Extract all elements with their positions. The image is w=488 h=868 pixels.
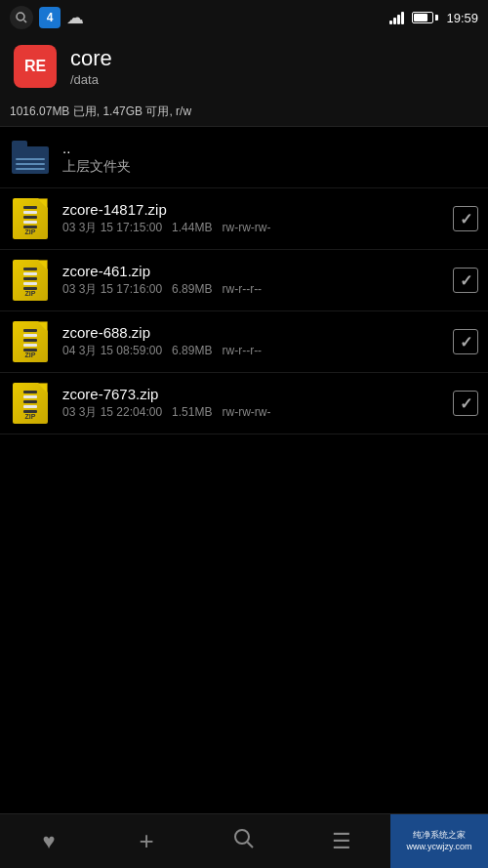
menu-icon: ☰	[332, 829, 351, 854]
list-item[interactable]: ZIP zcore-688.zip 04 3月 15 08:59:00 6.89…	[0, 311, 488, 373]
content-area: 1016.07MB 已用, 1.47GB 可用, r/w	[0, 98, 488, 813]
parent-folder-label: 上层文件夹	[62, 158, 478, 176]
parent-folder-name: ..	[62, 140, 478, 156]
nav-menu[interactable]: ☰	[293, 814, 390, 868]
status-app-icon	[10, 6, 33, 29]
status-bar: 4 ☁ 19:59	[0, 0, 488, 35]
zip-file-icon: ZIP	[13, 198, 48, 239]
file-info: zcore-7673.zip 03 3月 15 22:04:00 1.51MB …	[62, 386, 445, 421]
svg-line-3	[248, 843, 254, 848]
storage-info: 1016.07MB 已用, 1.47GB 可用, r/w	[0, 98, 488, 127]
file-checkbox[interactable]: ✓	[453, 391, 478, 416]
time-display: 19:59	[446, 11, 478, 25]
file-name: zcore-14817.zip	[62, 201, 445, 218]
file-name: zcore-461.zip	[62, 263, 445, 279]
file-checkbox[interactable]: ✓	[453, 206, 478, 231]
svg-point-0	[17, 13, 24, 21]
zip-file-icon: ZIP	[13, 321, 48, 362]
zip-icon-wrapper: ZIP	[10, 321, 51, 362]
file-meta: 03 3月 15 22:04:00 1.51MB rw-rw-rw-	[62, 404, 445, 421]
nav-search[interactable]	[195, 814, 293, 868]
file-meta: 03 3月 15 17:15:00 1.44MB rw-rw-rw-	[62, 220, 445, 236]
parent-folder-info: .. 上层文件夹	[62, 140, 478, 176]
status-left: 4 ☁	[10, 6, 84, 29]
file-list: .. 上层文件夹	[0, 127, 488, 434]
file-meta: 04 3月 15 08:59:00 6.89MB rw-r--r--	[62, 343, 445, 359]
parent-folder-item[interactable]: .. 上层文件夹	[0, 127, 488, 188]
file-checkbox[interactable]: ✓	[453, 268, 478, 293]
list-item[interactable]: ZIP zcore-461.zip 03 3月 15 17:16:00 6.89…	[0, 250, 488, 311]
watermark-text: 纯净系统之家 www.ycwjzy.com	[407, 830, 472, 852]
file-info: zcore-14817.zip 03 3月 15 17:15:00 1.44MB…	[62, 201, 445, 236]
search-icon	[233, 828, 255, 854]
checkmark-icon: ✓	[460, 394, 472, 413]
notification-badge: 4	[39, 7, 61, 28]
folder-icon-wrapper	[10, 137, 51, 178]
app-logo: RE	[14, 45, 57, 88]
zip-icon-wrapper: ZIP	[10, 383, 51, 424]
list-item[interactable]: ZIP zcore-7673.zip 03 3月 15 22:04:00 1.5…	[0, 373, 488, 434]
nav-watermark: 纯净系统之家 www.ycwjzy.com	[390, 814, 488, 868]
svg-line-1	[24, 21, 27, 23]
svg-point-2	[235, 830, 249, 844]
zip-file-icon: ZIP	[13, 260, 48, 301]
app-title: core	[70, 46, 112, 71]
heart-icon: ♥	[42, 829, 55, 854]
app-title-block: core /data	[70, 46, 112, 86]
list-item[interactable]: ZIP zcore-14817.zip 03 3月 15 17:15:00 1.…	[0, 188, 488, 250]
folder-icon	[12, 141, 49, 174]
battery-icon	[412, 12, 438, 23]
nav-favorites[interactable]: ♥	[0, 814, 98, 868]
file-name: zcore-688.zip	[62, 324, 445, 341]
file-info: zcore-688.zip 04 3月 15 08:59:00 6.89MB r…	[62, 324, 445, 359]
signal-icon	[389, 11, 404, 24]
plus-icon: +	[139, 826, 153, 856]
app-header: RE core /data	[0, 35, 488, 98]
nav-add[interactable]: +	[98, 814, 195, 868]
zip-icon-wrapper: ZIP	[10, 260, 51, 301]
checkmark-icon: ✓	[460, 333, 472, 351]
file-meta: 03 3月 15 17:16:00 6.89MB rw-r--r--	[62, 281, 445, 298]
status-right: 19:59	[389, 11, 478, 25]
file-name: zcore-7673.zip	[62, 386, 445, 402]
checkmark-icon: ✓	[460, 271, 472, 290]
zip-file-icon: ZIP	[13, 383, 48, 424]
file-info: zcore-461.zip 03 3月 15 17:16:00 6.89MB r…	[62, 263, 445, 298]
zip-icon-wrapper: ZIP	[10, 198, 51, 239]
file-checkbox[interactable]: ✓	[453, 329, 478, 354]
checkmark-icon: ✓	[460, 210, 472, 228]
app-subtitle: /data	[70, 72, 112, 87]
cloud-icon: ☁	[66, 7, 84, 28]
bottom-nav: ♥ + ☰ 纯净系统之家 www.ycwjzy.com	[0, 813, 488, 868]
